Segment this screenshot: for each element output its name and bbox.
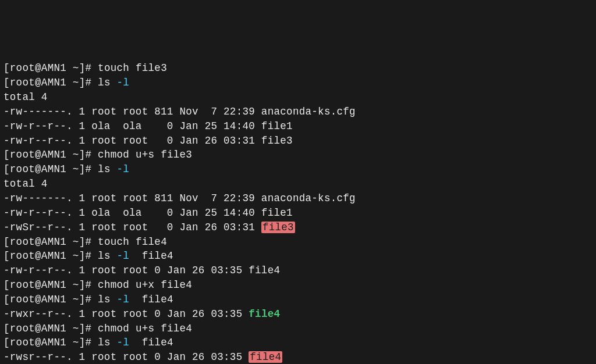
prompt-hash: # <box>85 149 91 160</box>
prompt-sep: @ <box>35 77 41 88</box>
prompt-open-bracket: [ <box>3 236 10 248</box>
prompt-open-bracket: [ <box>3 250 10 262</box>
command-arg: file4 <box>129 337 173 348</box>
command-option: -l <box>117 77 130 88</box>
prompt-host: AMN1 <box>41 77 66 88</box>
prompt-host: AMN1 <box>41 294 66 305</box>
prompt-hash: # <box>85 323 91 334</box>
highlight-setuid-file: file3 <box>261 222 295 233</box>
terminal-output[interactable]: [root@AMN1 ~]# touch file3[root@AMN1 ~]#… <box>3 61 593 364</box>
command-text: ls <box>98 77 111 88</box>
command-arg: file4 <box>129 294 173 305</box>
command-option: -l <box>117 163 130 175</box>
prompt-open-bracket: [ <box>3 149 10 160</box>
prompt-hash: # <box>85 337 91 348</box>
prompt-path: ~ <box>66 77 79 88</box>
prompt-open-bracket: [ <box>3 62 10 74</box>
command-option: -l <box>117 250 130 262</box>
terminal-output-line: -rw-r--r--. 1 root root 0 Jan 26 03:35 f… <box>3 263 593 278</box>
prompt-host: AMN1 <box>41 163 66 175</box>
prompt-open-bracket: [ <box>3 279 10 291</box>
prompt-host: AMN1 <box>41 250 66 262</box>
terminal-output-line: -rw-r--r--. 1 ola ola 0 Jan 25 14:40 fil… <box>3 119 593 134</box>
terminal-output-line: total 4 <box>3 177 593 191</box>
prompt-user: root <box>10 323 35 334</box>
prompt-sep: @ <box>35 279 41 291</box>
prompt-close-bracket: ] <box>79 62 86 74</box>
command-text: touch file3 <box>98 62 167 74</box>
terminal-line: [root@AMN1 ~]# ls -l file4 <box>3 336 593 350</box>
prompt-sep: @ <box>35 149 41 160</box>
command-text: ls <box>98 163 111 175</box>
prompt-hash: # <box>85 236 91 248</box>
prompt-sep: @ <box>35 163 41 175</box>
command-text: chmod u+x file4 <box>98 279 192 291</box>
prompt-user: root <box>10 236 35 248</box>
terminal-line: [root@AMN1 ~]# ls -l file4 <box>3 292 593 307</box>
prompt-open-bracket: [ <box>3 337 10 348</box>
prompt-close-bracket: ] <box>79 77 86 88</box>
prompt-close-bracket: ] <box>79 337 86 348</box>
prompt-user: root <box>10 279 35 291</box>
command-text: chmod u+s file3 <box>98 149 192 160</box>
prompt-path: ~ <box>66 163 79 175</box>
prompt-close-bracket: ] <box>79 294 86 305</box>
command-option: -l <box>117 337 130 348</box>
prompt-open-bracket: [ <box>3 294 10 305</box>
prompt-hash: # <box>85 279 91 291</box>
prompt-close-bracket: ] <box>79 236 86 248</box>
prompt-path: ~ <box>66 149 79 160</box>
prompt-sep: @ <box>35 294 41 305</box>
command-text: ls <box>98 250 111 262</box>
prompt-user: root <box>10 163 35 175</box>
prompt-close-bracket: ] <box>79 250 86 262</box>
prompt-sep: @ <box>35 323 41 334</box>
prompt-close-bracket: ] <box>79 149 86 160</box>
command-text: ls <box>98 337 111 348</box>
prompt-sep: @ <box>35 250 41 262</box>
command-option: -l <box>117 294 130 305</box>
terminal-line: [root@AMN1 ~]# ls -l <box>3 162 593 177</box>
prompt-host: AMN1 <box>41 149 66 160</box>
command-text: ls <box>98 294 111 305</box>
prompt-hash: # <box>85 294 91 305</box>
prompt-user: root <box>10 149 35 160</box>
prompt-user: root <box>10 62 35 74</box>
prompt-host: AMN1 <box>41 323 66 334</box>
prompt-sep: @ <box>35 236 41 248</box>
terminal-line: [root@AMN1 ~]# touch file3 <box>3 61 593 76</box>
command-text: touch file4 <box>98 236 167 248</box>
prompt-path: ~ <box>66 337 79 348</box>
prompt-path: ~ <box>66 236 79 248</box>
prompt-path: ~ <box>66 294 79 305</box>
prompt-path: ~ <box>66 323 79 334</box>
terminal-line: [root@AMN1 ~]# ls -l file4 <box>3 249 593 263</box>
prompt-user: root <box>10 294 35 305</box>
prompt-open-bracket: [ <box>3 163 10 175</box>
terminal-output-line: total 4 <box>3 90 593 105</box>
prompt-sep: @ <box>35 337 41 348</box>
executable-file: file4 <box>249 308 280 320</box>
prompt-host: AMN1 <box>41 62 66 74</box>
terminal-line: [root@AMN1 ~]# ls -l <box>3 76 593 90</box>
prompt-open-bracket: [ <box>3 323 10 334</box>
prompt-hash: # <box>85 250 91 262</box>
highlight-setuid-file: file4 <box>249 351 282 363</box>
terminal-output-line: -rw-------. 1 root root 811 Nov 7 22:39 … <box>3 105 593 119</box>
prompt-host: AMN1 <box>41 279 66 291</box>
prompt-open-bracket: [ <box>3 77 10 88</box>
prompt-close-bracket: ] <box>79 279 86 291</box>
terminal-output-line: -rw-r--r--. 1 ola ola 0 Jan 25 14:40 fil… <box>3 206 593 220</box>
prompt-close-bracket: ] <box>79 163 86 175</box>
prompt-hash: # <box>85 62 91 74</box>
terminal-output-line: -rw-r--r--. 1 root root 0 Jan 26 03:31 f… <box>3 134 593 148</box>
terminal-output-line: -rwSr--r--. 1 root root 0 Jan 26 03:31 f… <box>3 220 593 235</box>
terminal-output-line: -rwxr--r--. 1 root root 0 Jan 26 03:35 f… <box>3 307 593 322</box>
prompt-hash: # <box>85 163 91 175</box>
prompt-path: ~ <box>66 279 79 291</box>
prompt-path: ~ <box>66 250 79 262</box>
prompt-user: root <box>10 337 35 348</box>
prompt-sep: @ <box>35 62 41 74</box>
terminal-line: [root@AMN1 ~]# chmod u+x file4 <box>3 278 593 292</box>
command-text: chmod u+s file4 <box>98 323 192 334</box>
